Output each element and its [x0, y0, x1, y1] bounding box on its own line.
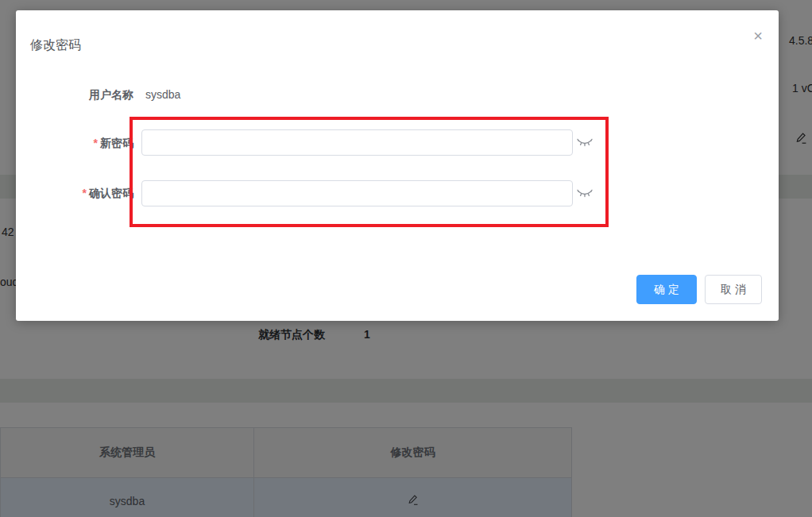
- confirm-button[interactable]: 确 定: [636, 275, 697, 304]
- new-password-label: *新密码: [16, 137, 133, 151]
- confirm-password-input[interactable]: [141, 180, 573, 206]
- screen: { "modal": { "title": "修改密码", "close_ico…: [0, 0, 812, 517]
- dialog-title: 修改密码: [30, 37, 81, 54]
- required-asterisk: *: [83, 187, 87, 199]
- cancel-button[interactable]: 取 消: [705, 275, 762, 304]
- username-value: sysdba: [145, 88, 180, 101]
- required-asterisk: *: [94, 137, 98, 149]
- eye-closed-icon[interactable]: [577, 137, 593, 149]
- confirm-password-label: *确认密码: [16, 187, 133, 201]
- new-password-input[interactable]: [141, 129, 573, 156]
- close-icon[interactable]: ×: [748, 26, 768, 45]
- eye-closed-icon[interactable]: [577, 188, 593, 200]
- change-password-dialog: 修改密码 × 用户名称 sysdba *新密码 *确认密码: [16, 10, 779, 321]
- username-label: 用户名称: [16, 88, 133, 102]
